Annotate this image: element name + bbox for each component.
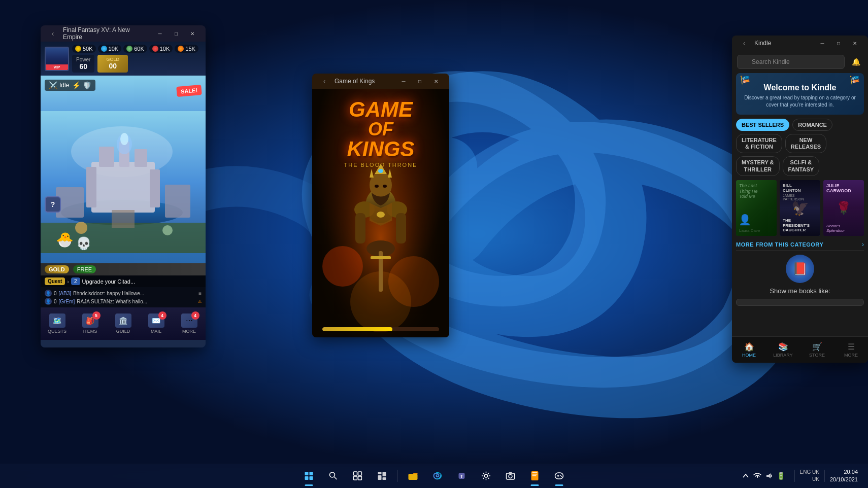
ff-nav-quests[interactable]: 🗺️ QUESTS [41,307,74,340]
widgets-btn[interactable] [371,465,393,487]
settings-btn[interactable] [475,465,497,487]
edge-browser-icon [432,471,443,481]
edge-btn[interactable] [426,465,449,487]
ff-nav-more[interactable]: ⋯ 4 MORE [173,307,206,340]
svg-rect-49 [409,474,418,480]
quest-text: Upgrade your Citad... [82,278,136,285]
cat-btn-romance[interactable]: ROMANCE [792,119,832,131]
books-like-input[interactable] [736,299,864,306]
ff-minimize-btn[interactable]: ─ [153,28,167,39]
svg-rect-4 [91,162,155,213]
battery-icon[interactable]: 🔋 [777,472,785,480]
svg-marker-25 [370,169,374,178]
start-btn[interactable] [298,465,320,487]
chevron-up-icon[interactable] [742,472,749,479]
character-1: 🐣 [56,231,74,248]
kindle-titlebar[interactable]: ‹ Kindle ─ □ ✕ [732,36,868,51]
taskbar-center: T [298,465,571,487]
svg-point-30 [383,185,387,188]
more-nav-label: MORE [844,353,858,358]
kindle-close-btn[interactable]: ✕ [848,38,862,48]
idle-indicator: ⚔️ Idle ⚡ 🛡️ [45,80,95,91]
gok-titlebar[interactable]: ‹ Game of Kings ─ □ ✕ [312,74,449,89]
book-cover-3[interactable]: JULIEGARWOOD Honor'sSplendour 🌹 [823,180,864,236]
volume-icon[interactable] [765,472,773,479]
kindle-search-input[interactable]: Search Kindle [737,55,845,69]
blue-stat-icon [101,46,107,52]
ff-nav-guild[interactable]: 🏛️ GUILD [107,307,140,340]
file-explorer-btn[interactable] [402,465,424,487]
taskbar-separator-2 [794,470,795,482]
gok-minimize-btn[interactable]: ─ [396,76,411,86]
svg-point-29 [375,185,379,188]
cat-btn-mystery[interactable]: MYSTERY &THRILLER [736,156,780,176]
items-label: ITEMS [83,329,97,334]
ff-titlebar[interactable]: ‹ Final Fantasy XV: A New Empire ─ □ ✕ [41,25,206,42]
book-2-author1: BILLCLINTON [783,183,817,194]
ff-nav-items[interactable]: 🎒 5 ITEMS [74,307,107,340]
locale-display: ENG UK UK [800,469,819,483]
items-badge: 5 [92,311,101,320]
kindle-nav-library[interactable]: 📚 LIBRARY [766,337,800,363]
cat-btn-bestsellers[interactable]: BEST SELLERS [736,119,789,131]
idle-text: Idle [59,82,69,89]
books-like-label: Show me books like: [770,287,830,295]
chat-line-2: 👤 0 [GrEm] RAJA SULTANz: What's hallo...… [45,297,202,305]
question-btn[interactable]: ? [45,196,61,213]
orange-stat-icon [178,46,184,52]
gok-content: V 1.3.2.77 [312,89,449,337]
photos-btn[interactable] [499,465,522,487]
home-nav-label: HOME [742,353,756,358]
svg-point-38 [377,212,385,218]
ff-nav-mail[interactable]: ✉️ 4 MAIL [140,307,173,340]
items-icon: 🎒 5 [82,313,98,328]
kindle-nav-more[interactable]: ☰ MORE [834,337,868,363]
game-taskbar-btn[interactable] [548,465,571,487]
kindle-categories: BEST SELLERS ROMANCE LITERATURE& FICTION… [732,119,868,180]
task-view-icon [353,471,362,480]
file-explorer-icon [408,471,418,480]
gok-maximize-btn[interactable]: □ [413,76,427,86]
vip-badge: VIP [46,64,68,70]
cat-btn-scifi[interactable]: SCI-FI &FANTASY [783,156,820,176]
mail-badge: 4 [158,311,166,320]
gok-warrior-figure [330,155,431,309]
svg-point-16 [75,222,87,234]
more-from-category[interactable]: MORE FROM THIS CATEGORY › [732,239,868,250]
kindle-minimize-btn[interactable]: ─ [815,38,829,48]
home-nav-icon: 🏠 [744,342,754,352]
game-controller-icon [554,472,564,480]
task-view-btn[interactable] [347,465,369,487]
taskbar: T [0,464,868,488]
ff-back-btn[interactable]: ‹ [47,27,59,40]
ff-maximize-btn[interactable]: □ [169,28,183,39]
cat-btn-literature[interactable]: LITERATURE& FICTION [736,134,782,153]
book-cover-1[interactable]: The LastThing HeTold Me Laura Dave 👤 [736,180,777,236]
ff-close-btn[interactable]: ✕ [185,28,199,39]
character-2: 💀 [76,236,91,251]
kindle-back-btn[interactable]: ‹ [738,37,750,49]
ff-gold-bar: GOLD FREE [41,263,206,275]
sale-badge[interactable]: SALE! [176,85,202,97]
gok-back-btn[interactable]: ‹ [318,75,330,87]
kindle-maximize-btn[interactable]: □ [831,38,846,48]
book-2-title: THE PRESIDENT'SDAUGHTER [783,218,817,233]
gok-close-btn[interactable]: ✕ [429,76,443,86]
ff-window-title: Final Fantasy XV: A New Empire [63,26,149,41]
quest-bar: Quest › 2 Upgrade your Citad... [41,275,206,287]
kindle-bell-btn[interactable]: 🔔 [849,55,863,69]
teams-btn[interactable]: T [451,465,473,487]
ff-game-area[interactable]: ⚔️ Idle ⚡ 🛡️ SALE! ? 🐣 💀 [41,76,206,263]
kindle-nav-store[interactable]: 🛒 STORE [800,337,834,363]
svg-rect-55 [509,472,512,473]
svg-rect-37 [371,256,391,259]
wifi-icon[interactable] [753,472,761,479]
taskbar-search-btn[interactable] [322,465,345,487]
clock-display[interactable]: 20:04 20/10/2021 [830,468,858,484]
book-cover-2[interactable]: BILLCLINTON JAMESPATTERSON THE PRESIDENT… [780,180,820,236]
kindle-nav-home[interactable]: 🏠 HOME [732,337,766,363]
svg-rect-47 [378,475,382,480]
rose-icon: 🌹 [836,201,851,215]
kindle-taskbar-btn[interactable] [524,465,546,487]
cat-btn-new-releases[interactable]: NEWRELEASES [785,134,826,153]
